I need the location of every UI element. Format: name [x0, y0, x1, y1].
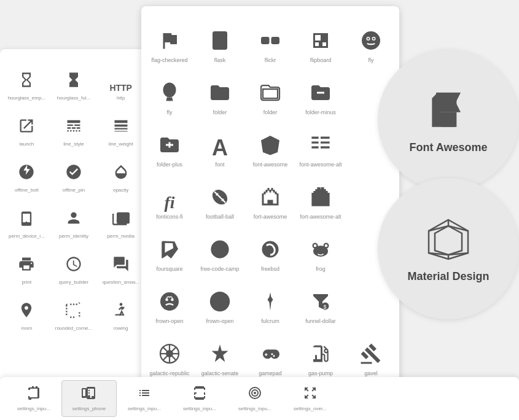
- list-item[interactable]: folder: [245, 68, 295, 120]
- list-item[interactable]: $ funnel-dollar: [295, 276, 346, 329]
- icon-label: settings_over...: [294, 406, 327, 411]
- bottom-list-item[interactable]: settings_inpu...: [6, 380, 61, 417]
- galactic-republic-icon: [158, 343, 181, 368]
- list-item[interactable]: perm_media: [97, 196, 144, 243]
- list-item[interactable]: perm_device_i...: [3, 196, 50, 243]
- list-item[interactable]: frog: [295, 224, 346, 276]
- material-design-label: Material Design: [407, 270, 489, 283]
- list-item[interactable]: perm_identity: [50, 196, 98, 243]
- list-item[interactable]: offline_bolt: [3, 150, 50, 196]
- svg-point-28: [171, 298, 174, 301]
- icon-label: gamepad: [259, 370, 282, 377]
- list-item[interactable]: fi fonticons-fi: [144, 172, 195, 224]
- svg-line-10: [167, 98, 168, 101]
- gamepad-icon: [259, 343, 281, 368]
- list-item[interactable]: gas-pump: [295, 329, 346, 381]
- list-item[interactable]: frown-open: [144, 276, 195, 329]
- list-item[interactable]: offline_pin: [50, 150, 98, 196]
- font-awesome-circle[interactable]: Font Awesome: [378, 49, 519, 190]
- list-item[interactable]: fort-awesome: [245, 172, 295, 224]
- list-item[interactable]: flag-checkered: [144, 15, 195, 68]
- gas-pump-icon: [310, 343, 332, 368]
- icon-label: perm_media: [107, 233, 134, 239]
- list-item[interactable]: foursquare: [144, 224, 195, 276]
- list-item[interactable]: football-ball: [195, 172, 245, 224]
- list-item[interactable]: fort-awesome-alt: [295, 172, 346, 224]
- icon-label: offline_bolt: [15, 187, 39, 193]
- svg-marker-44: [435, 226, 462, 255]
- list-item[interactable]: fly: [144, 68, 195, 120]
- bottom-strip: settings_inpu... settings_phone settings…: [0, 377, 519, 420]
- list-item[interactable]: flask: [195, 15, 245, 68]
- svg-point-8: [163, 83, 176, 98]
- list-item[interactable]: rounded_corne...: [50, 289, 98, 335]
- material-design-circle[interactable]: Material Design: [378, 178, 519, 319]
- svg-point-26: [160, 292, 179, 311]
- font-awesome-alt-icon: [310, 134, 332, 159]
- folder-solid-icon: [209, 82, 231, 107]
- list-item[interactable]: launch: [3, 104, 50, 150]
- svg-point-19: [212, 241, 228, 258]
- list-item[interactable]: folder: [195, 68, 245, 120]
- bottom-list-item[interactable]: settings_inpu...: [117, 380, 172, 417]
- icon-label: perm_identity: [59, 233, 88, 239]
- list-item[interactable]: hourglass_emp...: [3, 58, 50, 104]
- icon-label: folder-minus: [305, 109, 336, 116]
- icon-label: query_builder: [59, 279, 88, 286]
- icon-label: line_weight: [109, 141, 133, 147]
- list-item[interactable]: query_builder: [50, 243, 98, 289]
- list-item[interactable]: line_style: [50, 104, 98, 150]
- list-item[interactable]: flipboard: [295, 15, 346, 68]
- icon-label: launch: [20, 141, 34, 147]
- bottom-list-item[interactable]: settings_over...: [283, 380, 338, 417]
- icon-label: offline_pin: [63, 187, 85, 193]
- frown-open-2-icon: [209, 290, 231, 316]
- list-item[interactable]: galactic-senate: [195, 329, 245, 381]
- svg-rect-1: [261, 37, 270, 44]
- bottom-list-item[interactable]: settings_inpu...: [227, 380, 283, 417]
- hot-air-balloon-icon: [158, 82, 181, 107]
- list-item[interactable]: line_weight: [97, 104, 144, 150]
- free-code-camp-icon: [209, 238, 231, 263]
- print-icon: [18, 255, 35, 277]
- funnel-dollar-icon: $: [310, 290, 332, 316]
- list-item[interactable]: gamepad: [245, 329, 295, 381]
- settings-input-icon: [26, 386, 41, 404]
- folder-open-icon: [259, 82, 281, 107]
- list-item[interactable]: flickr: [245, 15, 295, 68]
- list-item[interactable]: rowing: [97, 289, 144, 335]
- list-item[interactable]: opacity: [97, 150, 144, 196]
- svg-point-30: [216, 298, 219, 301]
- icon-label: galactic-republic: [149, 370, 189, 377]
- main-icon-grid: flag-checkered flask flickr flipboard: [141, 12, 399, 384]
- list-item[interactable]: free-code-camp: [195, 224, 245, 276]
- left-panel: hourglass_emp... hourglass_ful... HTTP h…: [0, 49, 147, 405]
- svg-point-27: [165, 298, 168, 301]
- list-item[interactable]: room: [3, 289, 50, 335]
- list-item[interactable]: folder-minus: [295, 68, 346, 120]
- list-item[interactable]: HTTP http: [97, 58, 144, 104]
- folder-minus-icon: [310, 82, 332, 107]
- list-item[interactable]: hourglass_ful...: [50, 58, 98, 104]
- list-item[interactable]: question_answ...: [97, 243, 144, 289]
- icon-label: rounded_corne...: [55, 325, 93, 332]
- settings-input-4-icon: [248, 386, 262, 404]
- list-item[interactable]: gavel: [346, 329, 396, 381]
- list-item[interactable]: freebsd: [245, 224, 295, 276]
- svg-point-7: [373, 38, 375, 40]
- icon-label: foursquare: [156, 266, 182, 273]
- list-item[interactable]: fly: [346, 15, 396, 68]
- list-item[interactable]: font-awesome-alt: [295, 120, 346, 172]
- list-item[interactable]: frown-open: [195, 276, 245, 329]
- list-item[interactable]: galactic-republic: [144, 329, 195, 381]
- list-item[interactable]: print: [3, 243, 50, 289]
- list-item[interactable]: fulcrum: [245, 276, 295, 329]
- list-item[interactable]: folder-plus: [144, 120, 195, 172]
- freebsd-icon: [259, 238, 281, 263]
- list-item[interactable]: A font: [195, 120, 245, 172]
- icon-label: opacity: [113, 187, 128, 193]
- settings-input-2-icon: [137, 386, 152, 404]
- bottom-list-item[interactable]: settings_inpu...: [172, 380, 227, 417]
- list-item[interactable]: font-awesome: [245, 120, 295, 172]
- bottom-list-item[interactable]: settings_phone: [61, 380, 117, 417]
